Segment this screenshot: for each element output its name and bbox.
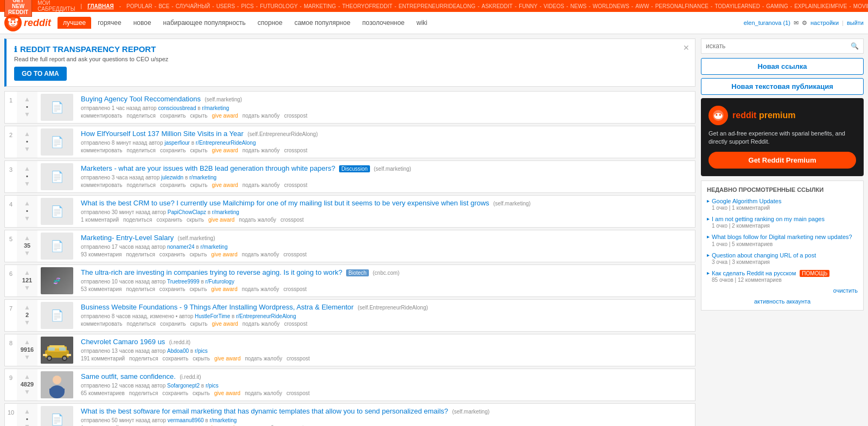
- nav-popular[interactable]: POPULAR: [126, 3, 152, 9]
- tab-top[interactable]: самое популярное: [289, 17, 356, 29]
- share-link[interactable]: поделиться: [127, 182, 156, 188]
- nav-aww[interactable]: AWW: [635, 3, 649, 9]
- upvote-button[interactable]: ▲: [24, 131, 30, 137]
- report-link[interactable]: подать жалобу: [242, 321, 280, 327]
- upvote-button[interactable]: ▲: [24, 165, 30, 172]
- tab-best[interactable]: лучшее: [58, 17, 91, 29]
- award-link[interactable]: give award: [211, 251, 237, 257]
- crosspost-link[interactable]: crosspost: [286, 390, 310, 396]
- award-link[interactable]: give award: [214, 390, 240, 396]
- rv-item-link[interactable]: What blogs follow for Digital marketing …: [712, 233, 858, 241]
- hide-link[interactable]: скрыть: [190, 147, 208, 153]
- comment-count[interactable]: 191 комментарий: [81, 356, 125, 362]
- hide-link[interactable]: скрыть: [190, 182, 208, 188]
- crosspost-link[interactable]: crosspost: [286, 356, 310, 362]
- downvote-button[interactable]: ▼: [24, 250, 30, 256]
- report-link[interactable]: подать жалобу: [242, 286, 279, 292]
- save-link[interactable]: сохранить: [160, 321, 186, 327]
- save-link[interactable]: сохранить: [159, 286, 186, 292]
- downvote-button[interactable]: ▼: [24, 354, 30, 360]
- close-banner-button[interactable]: ✕: [683, 43, 690, 52]
- envelope-icon[interactable]: ✉: [794, 20, 799, 27]
- comment-link[interactable]: комментировать: [81, 113, 123, 119]
- crosspost-link[interactable]: crosspost: [284, 321, 308, 327]
- nav-futurology[interactable]: FUTUROLOGY: [260, 3, 297, 9]
- downvote-button[interactable]: ▼: [24, 285, 30, 291]
- post-subreddit[interactable]: r/marketing: [200, 244, 227, 250]
- comment-count[interactable]: 65 комментариев: [81, 390, 125, 396]
- post-author[interactable]: PapiChowClapz: [168, 209, 206, 215]
- account-activity-link[interactable]: активность аккаунта: [707, 298, 858, 305]
- save-link[interactable]: сохранить: [160, 113, 186, 119]
- award-link[interactable]: give award: [208, 217, 234, 223]
- rv-item-link[interactable]: Как сделать Reddit на русском ПОМОЩЬ: [712, 269, 858, 277]
- post-subreddit[interactable]: r/EntrepreneurRideAlong: [236, 313, 296, 319]
- share-link[interactable]: поделиться: [126, 251, 155, 257]
- downvote-button[interactable]: ▼: [24, 389, 30, 395]
- post-title[interactable]: What is the best CRM to use? I currently…: [81, 199, 489, 207]
- home-link[interactable]: ГЛАВНАЯ: [87, 3, 114, 9]
- get-premium-button[interactable]: Get Reddit Premium: [709, 152, 856, 169]
- crosspost-link[interactable]: crosspost: [284, 182, 308, 188]
- post-title[interactable]: How ElfYourself Lost 137 Million Site Vi…: [81, 130, 244, 138]
- downvote-button[interactable]: ▼: [24, 180, 30, 187]
- tab-gilded[interactable]: позолоченное: [357, 17, 410, 29]
- go-to-ama-button[interactable]: GO TO AMA: [14, 67, 67, 81]
- save-link[interactable]: сохранить: [160, 147, 186, 153]
- save-link[interactable]: сохранить: [162, 390, 188, 396]
- post-author[interactable]: consciousbread: [158, 105, 196, 111]
- comment-count[interactable]: 93 комментария: [81, 251, 122, 257]
- comment-count[interactable]: 53 комментария: [81, 286, 122, 292]
- new-link-button[interactable]: Новая ссылка: [701, 58, 864, 75]
- post-subreddit[interactable]: r/marketing: [202, 105, 229, 111]
- hide-link[interactable]: скрыть: [190, 113, 208, 119]
- site-logo[interactable]: reddit: [4, 14, 51, 31]
- award-link[interactable]: give award: [212, 147, 238, 153]
- award-link[interactable]: give award: [212, 182, 238, 188]
- new-text-post-button[interactable]: Новая текстовая публикация: [701, 78, 864, 95]
- post-subreddit[interactable]: r/EntrepreneurRideAlong: [196, 140, 256, 146]
- award-link[interactable]: give award: [211, 286, 237, 292]
- crosspost-link[interactable]: crosspost: [284, 147, 308, 153]
- upvote-button[interactable]: ▲: [24, 304, 30, 311]
- nav-users[interactable]: USERS: [216, 3, 235, 9]
- post-author[interactable]: vermaanu8960: [168, 417, 204, 423]
- share-link[interactable]: поделиться: [127, 147, 156, 153]
- crosspost-link[interactable]: crosspost: [284, 286, 307, 292]
- clear-recently-viewed[interactable]: очистить: [707, 287, 858, 294]
- save-link[interactable]: сохранить: [156, 217, 182, 223]
- report-link[interactable]: подать жалобу: [245, 390, 282, 396]
- upvote-button[interactable]: ▲: [24, 96, 30, 102]
- gear-icon[interactable]: ⚙: [802, 20, 807, 27]
- username-header[interactable]: elen_turanova (1): [744, 20, 790, 26]
- downvote-button[interactable]: ▼: [24, 423, 30, 426]
- rv-item-link[interactable]: Google Algorithm Updates: [712, 197, 858, 205]
- post-subreddit[interactable]: r/marketing: [189, 175, 216, 180]
- tab-new[interactable]: новое: [128, 17, 157, 29]
- comment-link[interactable]: комментировать: [81, 147, 123, 153]
- post-author[interactable]: jasperfiour: [164, 140, 190, 146]
- hide-link[interactable]: скрыть: [193, 390, 210, 396]
- upvote-button[interactable]: ▲: [24, 408, 30, 415]
- nav-news[interactable]: NEWS: [570, 3, 586, 9]
- post-title[interactable]: The ultra-rich are investing in companie…: [81, 268, 342, 276]
- report-link[interactable]: подать жалобу: [239, 217, 276, 223]
- post-subreddit[interactable]: r/marketing: [212, 209, 239, 215]
- share-link[interactable]: поделиться: [123, 217, 152, 223]
- post-title[interactable]: What is the best software for email mark…: [81, 407, 448, 415]
- nav-entrepreneurridealong[interactable]: ENTREPRENEURRIDEALONG: [399, 3, 476, 9]
- post-author[interactable]: Truetree9999: [167, 279, 200, 285]
- comment-link[interactable]: комментировать: [81, 182, 123, 188]
- nav-marketing[interactable]: MARKETING: [304, 3, 336, 9]
- post-author[interactable]: julezwidn: [161, 175, 183, 180]
- report-link[interactable]: подать жалобу: [242, 147, 280, 153]
- rv-item-link[interactable]: I am not getting ranking on my main page…: [712, 215, 858, 223]
- crosspost-link[interactable]: crosspost: [284, 113, 308, 119]
- tab-wiki[interactable]: wiki: [411, 17, 433, 29]
- nav-videos[interactable]: VIDEOS: [544, 3, 564, 9]
- post-subreddit[interactable]: r/pics: [206, 383, 219, 389]
- save-link[interactable]: сохранить: [160, 182, 186, 188]
- post-title[interactable]: Chevrolet Camaro 1969 us: [81, 338, 165, 346]
- tab-hot[interactable]: горячее: [92, 17, 126, 29]
- post-author[interactable]: Abdoa00: [167, 348, 189, 354]
